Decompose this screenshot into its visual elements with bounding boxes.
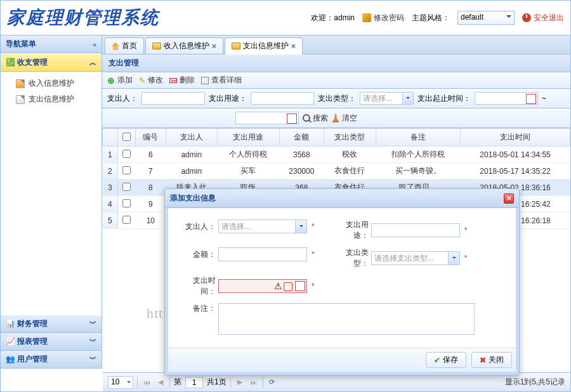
tab-bar: 首页 收入信息维护× 支出信息维护× (102, 36, 570, 55)
home-icon (112, 42, 119, 50)
minus-icon (169, 78, 177, 83)
sidebar-panel-report[interactable]: 📈 报表管理︾ (1, 333, 102, 351)
search-bar: 支出人： 支出用途： 支出类型： 请选择... 支出起止时间： ~ (102, 89, 570, 108)
chevron-down-icon: ︾ (89, 319, 96, 329)
app-logo: 家庭理财管理系统 (7, 6, 159, 30)
col-purpose[interactable]: 支出用途 (217, 129, 279, 147)
delete-button[interactable]: 删除 (169, 75, 195, 86)
row-checkbox[interactable] (122, 150, 131, 158)
dialog-time-input[interactable]: ⚠ (218, 279, 307, 293)
col-type[interactable]: 支出类型 (324, 129, 376, 147)
search-button[interactable]: 搜索 (303, 113, 328, 124)
detail-icon (201, 77, 209, 84)
col-payer[interactable]: 支出人 (166, 129, 217, 147)
dialog-title: 添加支出信息 (170, 193, 216, 204)
sidebar-panel-user[interactable]: 👥 用户管理︾ (1, 351, 102, 369)
theme-label: 主题风格： (412, 13, 450, 23)
page-input[interactable] (185, 377, 203, 388)
sidebar-item-expense[interactable]: 支出信息维护 (4, 91, 98, 107)
calendar-icon (295, 281, 305, 291)
date-to-input[interactable] (235, 112, 299, 124)
doc-icon (16, 79, 25, 88)
close-icon[interactable]: × (212, 42, 216, 51)
row-checkbox[interactable] (122, 216, 131, 224)
type-select[interactable]: 请选择... (360, 92, 414, 105)
last-page-button[interactable]: ⏭ (249, 377, 259, 388)
row-checkbox[interactable] (122, 166, 131, 174)
sidebar-panel-finance[interactable]: 📊 财务管理︾ (1, 315, 102, 333)
next-page-button[interactable]: ▶ (235, 377, 245, 388)
first-page-button[interactable]: ⏮ (141, 377, 152, 388)
clear-button[interactable]: 清空 (332, 113, 357, 124)
row-checkbox[interactable] (122, 199, 131, 207)
save-button[interactable]: ✔保存 (426, 352, 466, 368)
broom-icon (332, 114, 339, 122)
dialog-close-button[interactable]: ✕ (504, 193, 514, 204)
folder-icon (152, 42, 161, 49)
sidebar: 导航菜单« 💹 收支管理︽ 收入信息维护 支出信息维护 📊 财务管理︾ 📈 报表… (1, 36, 102, 369)
collapse-icon[interactable]: « (93, 41, 96, 48)
tab-home[interactable]: 首页 (105, 37, 144, 54)
col-note[interactable]: 备注 (376, 129, 461, 147)
dialog-header[interactable]: 添加支出信息 ✕ (165, 189, 519, 208)
table-row[interactable]: 1 6admin 个人所得税3568 税收扣除个人所得税 2018-05-01 … (103, 147, 570, 163)
x-icon: ✖ (480, 356, 486, 365)
close-button[interactable]: ✖关闭 (471, 352, 512, 368)
chevron-up-icon: ︽ (89, 58, 96, 67)
tab-expense[interactable]: 支出信息维护× (225, 37, 303, 55)
section-title: 支出管理 (102, 55, 570, 72)
search-icon (303, 114, 310, 122)
row-checkbox[interactable] (122, 183, 131, 191)
pager-info: 显示1到5,共5记录 (505, 377, 565, 388)
page-size-select[interactable]: 10 (108, 376, 133, 389)
pencil-icon: ✎ (139, 76, 145, 85)
col-amount[interactable]: 金额 (280, 129, 324, 147)
col-id[interactable]: 编号 (136, 129, 166, 147)
add-expense-dialog: 添加支出信息 ✕ 支出人：请选择...* 支出用途：* 金额：* 支出类型：请选… (164, 188, 520, 376)
theme-select[interactable]: default (457, 11, 515, 25)
app-header: 家庭理财管理系统 欢迎：admin 修改密码 主题风格： default 安全退… (1, 1, 570, 36)
sidebar-panel-income-expense[interactable]: 💹 收支管理︽ (1, 53, 102, 72)
select-all-checkbox[interactable] (122, 133, 131, 141)
key-icon (362, 13, 371, 22)
refresh-button[interactable]: ⟳ (267, 377, 277, 388)
add-button[interactable]: ⊕添加 (107, 75, 133, 86)
close-icon[interactable]: × (291, 42, 296, 51)
change-password-link[interactable]: 修改密码 (362, 13, 404, 23)
chevron-down-icon: ︾ (89, 355, 96, 364)
logout-link[interactable]: 安全退出 (522, 13, 564, 23)
purpose-input[interactable] (251, 92, 314, 105)
detail-button[interactable]: 查看详细 (201, 75, 242, 86)
payer-label: 支出人： (107, 93, 138, 104)
tab-income[interactable]: 收入信息维护× (145, 37, 223, 54)
warning-icon: ⚠ (274, 281, 282, 291)
dialog-note-textarea[interactable] (218, 303, 475, 335)
check-icon: ✔ (434, 356, 440, 365)
date-from-input[interactable] (475, 92, 538, 105)
payer-input[interactable] (141, 92, 205, 105)
folder-icon (232, 42, 240, 49)
exit-icon (522, 13, 531, 22)
dialog-type-select[interactable]: 请选择支出类型... (371, 251, 460, 265)
dialog-purpose-input[interactable] (371, 223, 460, 237)
dialog-payer-select[interactable]: 请选择... (218, 219, 307, 233)
toolbar: ⊕添加 ✎修改 删除 查看详细 (102, 72, 570, 89)
search-bar-2: 搜索 清空 (102, 108, 570, 128)
time-label: 支出起止时间： (417, 93, 471, 104)
doc-icon (16, 95, 25, 104)
plus-icon: ⊕ (107, 75, 115, 86)
sidebar-item-income[interactable]: 收入信息维护 (4, 75, 98, 91)
dialog-amount-input[interactable] (218, 247, 307, 261)
type-label: 支出类型： (318, 93, 356, 104)
col-time[interactable]: 支出时间 (461, 129, 570, 147)
table-row[interactable]: 2 7admin 买车230000 衣食住行买一辆奇骏。 2018-05-17 … (103, 163, 570, 180)
chevron-down-icon: ︾ (89, 337, 96, 346)
welcome-text: 欢迎：admin (311, 13, 355, 23)
prev-page-button[interactable]: ◀ (155, 377, 166, 388)
purpose-label: 支出用途： (209, 93, 247, 104)
sidebar-title[interactable]: 导航菜单« (1, 36, 102, 53)
edit-button[interactable]: ✎修改 (139, 75, 163, 86)
